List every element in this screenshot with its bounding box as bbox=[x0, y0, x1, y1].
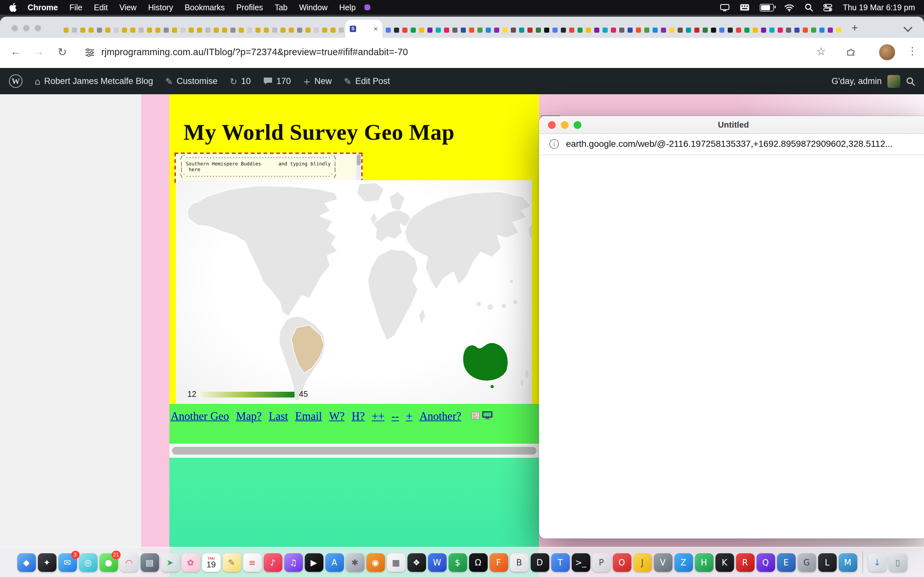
browser-tab[interactable] bbox=[525, 22, 534, 37]
dock-notes-icon[interactable]: ✎ bbox=[222, 553, 241, 572]
menu-history[interactable]: History bbox=[148, 3, 173, 12]
browser-tab[interactable] bbox=[551, 22, 559, 37]
dock-tv-icon[interactable]: ▶ bbox=[304, 553, 323, 572]
browser-tab[interactable] bbox=[78, 22, 87, 37]
browser-tab[interactable] bbox=[626, 22, 634, 37]
browser-tab[interactable] bbox=[542, 22, 551, 37]
browser-tab[interactable] bbox=[153, 22, 162, 37]
browser-tab[interactable] bbox=[751, 22, 759, 37]
dock-app-icon[interactable]: Ω bbox=[469, 553, 487, 572]
browser-tab[interactable] bbox=[475, 22, 484, 37]
back-button[interactable]: ← bbox=[10, 45, 21, 58]
browser-tab[interactable] bbox=[459, 22, 467, 37]
link-another-geo[interactable]: Another Geo bbox=[171, 410, 229, 423]
address-bar[interactable]: rjmprogramming.com.au/ITblog/?p=72374&pr… bbox=[102, 47, 408, 57]
menubar-clock[interactable]: Thu 19 Mar 6:19 pm bbox=[843, 3, 915, 12]
browser-tab[interactable] bbox=[278, 22, 287, 37]
dock-app-icon[interactable]: J bbox=[633, 553, 652, 572]
browser-tab[interactable] bbox=[195, 22, 204, 37]
browser-tab[interactable] bbox=[609, 22, 617, 37]
wifi-icon[interactable] bbox=[784, 3, 795, 11]
dock-app-icon[interactable]: ◎ bbox=[79, 553, 97, 572]
dock-trash-icon[interactable]: ▯ bbox=[888, 553, 907, 572]
browser-tab[interactable] bbox=[617, 22, 626, 37]
wp-customise[interactable]: ✎Customise bbox=[165, 76, 218, 86]
dock-app-icon[interactable]: Q bbox=[756, 553, 775, 572]
browser-tab[interactable] bbox=[128, 22, 137, 37]
browser-tab[interactable] bbox=[262, 22, 270, 37]
tab-search-chevron-icon[interactable] bbox=[903, 23, 913, 32]
browser-tab[interactable] bbox=[834, 22, 843, 37]
browser-tab[interactable] bbox=[809, 22, 817, 37]
browser-tab[interactable] bbox=[509, 22, 517, 37]
browser-tab[interactable] bbox=[709, 22, 717, 37]
browser-tab[interactable] bbox=[667, 22, 676, 37]
tab-close-icon[interactable]: × bbox=[373, 25, 378, 33]
browser-tab[interactable] bbox=[801, 22, 809, 37]
browser-tab[interactable] bbox=[170, 22, 178, 37]
wp-new[interactable]: +New bbox=[303, 76, 332, 86]
dock-app-icon[interactable]: ▦ bbox=[387, 553, 405, 572]
browser-tab[interactable] bbox=[651, 22, 659, 37]
link-another-[interactable]: Another? bbox=[419, 410, 461, 423]
dock-app-icon[interactable]: R bbox=[736, 553, 754, 572]
dock-app-icon[interactable]: T bbox=[551, 553, 569, 572]
browser-tab[interactable] bbox=[659, 22, 667, 37]
wp-search-icon[interactable] bbox=[906, 77, 915, 85]
dock-finder-icon[interactable]: ◆ bbox=[17, 553, 36, 572]
spotlight-search-icon[interactable] bbox=[805, 3, 813, 11]
browser-tab[interactable] bbox=[384, 22, 392, 37]
screen-mirroring-icon[interactable] bbox=[720, 3, 730, 11]
menu-window[interactable]: Window bbox=[299, 3, 328, 12]
browser-tab[interactable] bbox=[517, 22, 525, 37]
dock-app-icon[interactable]: O bbox=[612, 553, 631, 572]
dock-app-icon[interactable]: M bbox=[838, 553, 857, 572]
browser-tab[interactable] bbox=[295, 22, 304, 37]
link--[interactable]: ++ bbox=[372, 410, 384, 423]
forward-button[interactable]: → bbox=[33, 45, 44, 58]
browser-tab[interactable] bbox=[228, 22, 237, 37]
browser-tab[interactable] bbox=[817, 22, 826, 37]
dock-podcasts-icon[interactable]: ♫ bbox=[284, 553, 302, 572]
dock-maps-icon[interactable]: ➤ bbox=[161, 553, 179, 572]
browser-tab[interactable] bbox=[451, 22, 459, 37]
horizontal-scrollbar[interactable] bbox=[172, 447, 536, 455]
browser-tab[interactable] bbox=[567, 22, 575, 37]
dock-app-icon[interactable]: P bbox=[592, 553, 611, 572]
wp-greeting[interactable]: G'day, admin bbox=[832, 76, 882, 86]
browser-tab[interactable] bbox=[425, 22, 434, 37]
browser-tab[interactable] bbox=[392, 22, 401, 37]
dock-app-icon[interactable]: L bbox=[818, 553, 837, 572]
dock-app-icon[interactable]: ▤ bbox=[140, 553, 159, 572]
active-tab[interactable]: S × bbox=[345, 20, 383, 38]
apple-menu-icon[interactable] bbox=[9, 3, 17, 12]
extensions-icon[interactable] bbox=[846, 47, 856, 60]
browser-tab[interactable] bbox=[601, 22, 609, 37]
newspaper-icon[interactable] bbox=[471, 411, 480, 422]
browser-tab[interactable] bbox=[320, 22, 328, 37]
dock-downloads-icon[interactable]: ↓ bbox=[868, 553, 887, 572]
browser-tab[interactable] bbox=[187, 22, 195, 37]
menu-profiles[interactable]: Profiles bbox=[236, 3, 263, 12]
dock-app-icon[interactable]: ◉ bbox=[366, 553, 384, 572]
battery-icon[interactable] bbox=[760, 3, 774, 11]
link-map-[interactable]: Map? bbox=[236, 410, 262, 423]
browser-tab[interactable] bbox=[212, 22, 220, 37]
wp-site-menu[interactable]: ⌂Robert James Metcalfe Blog bbox=[35, 76, 153, 86]
control-center-icon[interactable] bbox=[824, 3, 833, 11]
new-tab-button[interactable]: + bbox=[847, 21, 863, 36]
browser-tab[interactable] bbox=[401, 22, 409, 37]
ascii-textarea[interactable]: /`--------------------------------------… bbox=[174, 153, 363, 183]
browser-tab[interactable] bbox=[684, 22, 692, 37]
browser-tab[interactable] bbox=[759, 22, 767, 37]
browser-tab[interactable] bbox=[826, 22, 834, 37]
dock-app-icon[interactable]: ◠ bbox=[120, 553, 138, 572]
browser-tab[interactable] bbox=[162, 22, 170, 37]
dock-app-icon[interactable]: H bbox=[695, 553, 713, 572]
wp-edit-post[interactable]: ✎Edit Post bbox=[344, 76, 390, 86]
browser-tab[interactable] bbox=[137, 22, 145, 37]
browser-tab[interactable] bbox=[559, 22, 567, 37]
dock-app-icon[interactable]: ❖ bbox=[407, 553, 426, 572]
browser-tab[interactable] bbox=[145, 22, 153, 37]
dock-app-store-icon[interactable]: A bbox=[325, 553, 344, 572]
